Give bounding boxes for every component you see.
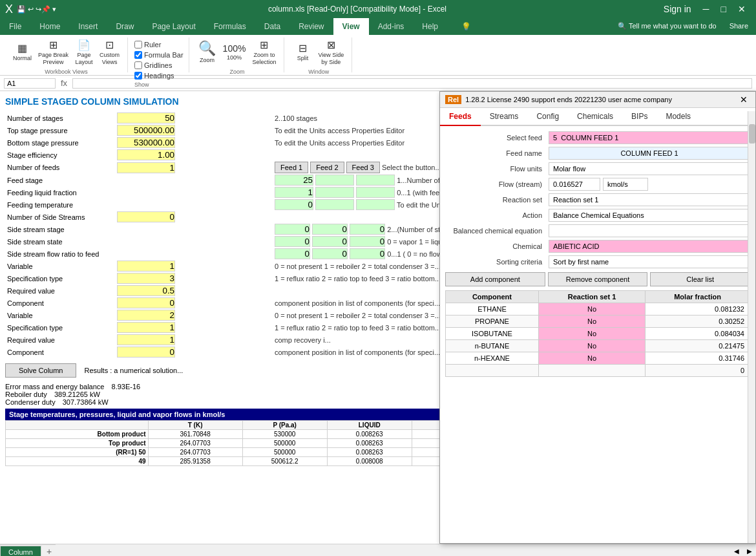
select-feed-input[interactable] [549, 131, 750, 144]
input-ss-stage-2[interactable] [312, 224, 348, 235]
formula-bar-checkbox[interactable] [134, 51, 142, 59]
tell-me-box[interactable]: 🔍 Tell me what you want to do [613, 18, 722, 35]
100pct-button[interactable]: 100% 100% [220, 42, 249, 63]
tab-view[interactable]: View [333, 18, 369, 35]
input-spec2[interactable] [117, 322, 175, 333]
tab-addins[interactable]: Add-ins [369, 18, 414, 35]
balanced-eq-input[interactable] [549, 224, 750, 237]
input-comp2[interactable] [117, 347, 175, 358]
sorting-input[interactable] [549, 255, 750, 268]
share-button[interactable]: Share [722, 18, 756, 35]
tab-formulas[interactable]: Formulas [205, 18, 255, 35]
input-var1[interactable] [117, 261, 175, 272]
gridlines-checkbox-row[interactable]: Gridlines [134, 61, 184, 70]
headings-checkbox-row[interactable]: Headings [134, 71, 184, 80]
panel-tab-chemicals[interactable]: Chemicals [568, 108, 622, 126]
input-req2[interactable] [117, 334, 175, 345]
feed-name-input[interactable] [549, 147, 750, 160]
add-component-button[interactable]: Add component [445, 272, 545, 286]
ruler-checkbox[interactable] [134, 41, 142, 48]
solve-button[interactable]: Solve Column [5, 363, 76, 378]
ruler-checkbox-row[interactable]: Ruler [134, 40, 184, 49]
input-var2[interactable] [117, 310, 175, 321]
tab-review[interactable]: Review [289, 18, 333, 35]
tab-help[interactable]: Help [413, 18, 447, 35]
input-top-pressure[interactable] [117, 125, 175, 136]
input-comp1[interactable] [117, 297, 175, 308]
input-ss-state-2[interactable] [312, 236, 348, 247]
feed3-button[interactable]: Feed 3 [346, 162, 380, 173]
input-feed-stage-1[interactable] [275, 175, 313, 186]
split-button[interactable]: ⊟ Split [291, 41, 314, 63]
tab-data[interactable]: Data [255, 18, 289, 35]
zoom-selection-button[interactable]: ⊞ Zoom toSelection [249, 37, 278, 67]
gridlines-checkbox[interactable] [134, 61, 142, 69]
tab-page-layout[interactable]: Page Layout [143, 18, 204, 35]
input-feed-temp-1[interactable] [275, 199, 313, 210]
input-num-stages[interactable] [117, 112, 175, 123]
zoom-button[interactable]: 🔍 Zoom [196, 39, 219, 65]
normal-view-button[interactable]: ▦ Normal [10, 41, 34, 63]
input-req1[interactable] [117, 285, 175, 296]
sheet-tab-column[interactable]: Column [0, 546, 41, 557]
page-layout-button[interactable]: 📄 PageLayout [72, 37, 96, 67]
input-ss-state-3[interactable] [350, 236, 385, 247]
input-feed-temp-2[interactable] [315, 199, 354, 210]
input-feed-temp-3[interactable] [356, 199, 395, 210]
panel-close-button[interactable]: ✕ [737, 94, 750, 105]
tab-draw[interactable]: Draw [107, 18, 143, 35]
close-button[interactable]: ✕ [733, 3, 751, 16]
tab-lightbulb[interactable]: 💡 [452, 18, 480, 35]
custom-views-button[interactable]: ⊡ CustomViews [97, 37, 122, 67]
panel-tab-bips[interactable]: BIPs [622, 108, 656, 126]
tab-file[interactable]: File [0, 18, 30, 35]
title-controls[interactable]: Sign in ─ □ ✕ [658, 3, 751, 16]
minimize-button[interactable]: ─ [698, 3, 715, 16]
float-panel: Rel 1.28.2 License 2490 support ends 202… [439, 91, 756, 544]
input-feed-stage-3[interactable] [356, 175, 395, 186]
tab-home[interactable]: Home [30, 18, 69, 35]
feed1-button[interactable]: Feed 1 [275, 162, 308, 173]
panel-tab-feeds[interactable]: Feeds [440, 108, 481, 126]
input-bot-pressure[interactable] [117, 137, 175, 148]
action-input[interactable] [549, 209, 750, 222]
feed2-button[interactable]: Feed 2 [310, 162, 344, 173]
input-spec1[interactable] [117, 273, 175, 284]
add-sheet-button[interactable]: + [43, 545, 56, 556]
input-feed-stage-2[interactable] [315, 175, 354, 186]
input-feed-liq-2[interactable] [315, 187, 354, 198]
page-break-button[interactable]: ⊞ Page BreakPreview [36, 37, 71, 67]
panel-tab-config[interactable]: Config [527, 108, 568, 126]
maximize-button[interactable]: □ [716, 3, 731, 16]
tab-insert[interactable]: Insert [69, 18, 107, 35]
reaction-set-input[interactable] [549, 193, 750, 206]
input-side-streams[interactable] [117, 211, 175, 222]
scroll-thumb[interactable] [749, 124, 755, 144]
input-ss-state-1[interactable] [275, 236, 310, 247]
panel-tab-streams[interactable]: Streams [481, 108, 528, 126]
panel-tab-models[interactable]: Models [656, 108, 700, 126]
panel-scrollbar[interactable] [748, 111, 755, 543]
name-box[interactable] [4, 78, 56, 89]
input-ss-flow-1[interactable] [275, 248, 310, 259]
input-feed-liq-3[interactable] [356, 187, 395, 198]
clear-list-button[interactable]: Clear list [650, 272, 750, 286]
input-ss-flow-3[interactable] [350, 248, 385, 259]
input-num-feeds[interactable] [117, 162, 175, 173]
headings-checkbox[interactable] [134, 72, 142, 80]
input-ss-flow-2[interactable] [312, 248, 348, 259]
scroll-right-button[interactable]: ▶ [743, 546, 756, 556]
flow-unit-input[interactable] [603, 178, 648, 191]
scroll-left-button[interactable]: ◀ [730, 546, 743, 556]
flow-value-input[interactable] [549, 178, 600, 191]
input-feed-liq-1[interactable] [275, 187, 313, 198]
sign-in-button[interactable]: Sign in [658, 3, 697, 16]
formula-bar-checkbox-row[interactable]: Formula Bar [134, 50, 184, 59]
view-side-button[interactable]: ⊠ View Sideby Side [315, 37, 346, 67]
flow-units-input[interactable] [549, 162, 750, 175]
chemical-input[interactable] [549, 240, 750, 253]
input-ss-stage-1[interactable] [275, 224, 310, 235]
remove-component-button[interactable]: Remove component [548, 272, 648, 286]
input-ss-stage-3[interactable] [350, 224, 385, 235]
input-efficiency[interactable] [117, 149, 175, 160]
